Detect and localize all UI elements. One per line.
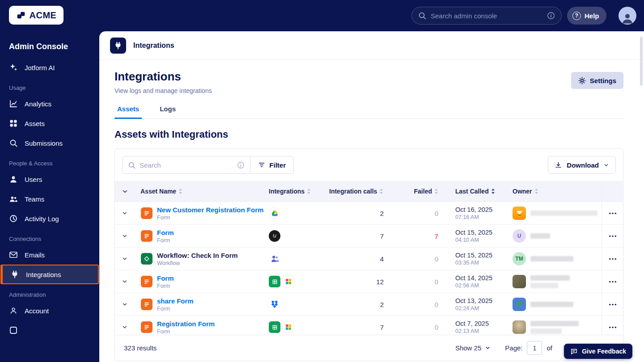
asset-name-link[interactable]: New Customer Registration Form xyxy=(157,206,263,214)
row-actions-button[interactable] xyxy=(606,255,619,263)
chevron-down-icon xyxy=(603,162,609,168)
main-panel: Integrations Integrations View logs and … xyxy=(99,31,644,362)
download-button[interactable]: Download xyxy=(548,156,616,174)
results-count: 323 results xyxy=(124,344,157,352)
ellipsis-icon xyxy=(609,235,617,237)
breadcrumb: Integrations xyxy=(99,31,644,60)
sidebar-item-account[interactable]: Account xyxy=(0,301,99,320)
header-integrations[interactable]: Integrations xyxy=(269,188,329,195)
integration-calls-value: 2 xyxy=(329,210,387,217)
table-search-input[interactable] xyxy=(140,161,233,169)
row-actions-button[interactable] xyxy=(606,324,619,331)
search-filter-group: Filter xyxy=(122,156,294,174)
tab-logs[interactable]: Logs xyxy=(157,101,178,118)
sidebar-section-administration: Administration xyxy=(0,284,99,301)
trophy-icon xyxy=(516,210,523,217)
sort-icon xyxy=(178,188,182,194)
dropbox-icon xyxy=(269,299,280,310)
expand-row-button[interactable] xyxy=(115,233,135,239)
table-row: Form Form 12 0 xyxy=(115,270,623,293)
owner-name-redacted xyxy=(530,275,570,288)
sidebar-item-emails[interactable]: Emails xyxy=(0,245,99,265)
expand-row-button[interactable] xyxy=(115,278,135,285)
help-label: Help xyxy=(585,12,599,20)
settings-button[interactable]: Settings xyxy=(571,72,623,89)
last-called-date: Oct 7, 2025 xyxy=(455,320,504,327)
sidebar-item-analytics[interactable]: Analytics xyxy=(0,94,99,114)
asset-name-link[interactable]: Registration Form xyxy=(157,320,215,328)
sidebar-item-label: Analytics xyxy=(25,100,51,108)
failed-value: 0 xyxy=(387,255,441,263)
envelope-icon xyxy=(9,250,18,259)
header-integration-calls[interactable]: Integration calls xyxy=(329,188,387,195)
download-icon xyxy=(555,161,562,169)
user-icon xyxy=(9,175,18,184)
admin-search-input[interactable] xyxy=(431,12,542,20)
form-icon xyxy=(141,321,153,333)
clock-icon xyxy=(9,214,18,223)
help-button[interactable]: ? Help xyxy=(567,7,606,25)
asset-name-link[interactable]: Form xyxy=(157,274,174,282)
asset-name[interactable]: Workflow: Check In Form xyxy=(157,252,238,259)
expand-row-button[interactable] xyxy=(115,256,135,262)
failed-value: 7 xyxy=(387,232,441,240)
sidebar-item-activity-log[interactable]: Activity Log xyxy=(0,209,99,228)
failed-value: 0 xyxy=(387,210,441,217)
asset-type: Form xyxy=(157,237,174,244)
header-asset-name[interactable]: Asset Name xyxy=(135,188,269,195)
analytics-chart-icon xyxy=(9,99,18,108)
failed-value: 0 xyxy=(387,301,441,308)
sidebar-item-jotform-ai[interactable]: Jotform AI xyxy=(0,58,99,77)
header-last-called[interactable]: Last Called xyxy=(441,188,504,195)
last-called-time: 04:10 AM xyxy=(455,237,504,243)
page-number-input[interactable] xyxy=(527,341,542,355)
row-actions-button[interactable] xyxy=(606,301,619,308)
magnifier-icon xyxy=(9,139,18,147)
sidebar-item-assets[interactable]: Assets xyxy=(0,114,99,133)
info-icon[interactable] xyxy=(237,161,245,169)
last-called-time: 03:35 AM xyxy=(455,260,504,266)
header-failed[interactable]: Failed xyxy=(387,188,441,195)
info-icon[interactable] xyxy=(547,12,555,20)
sidebar-item-submissions[interactable]: Submissions xyxy=(0,133,99,153)
sidebar-item-integrations[interactable]: Integrations xyxy=(0,265,99,284)
admin-search[interactable] xyxy=(411,7,562,25)
expand-row-button[interactable] xyxy=(115,301,135,307)
asset-name-link[interactable]: Form xyxy=(157,229,174,236)
last-called-date: Oct 15, 2025 xyxy=(455,252,504,259)
row-actions-button[interactable] xyxy=(606,210,619,217)
page-size-select[interactable]: Show 25 xyxy=(455,344,491,352)
sidebar-item-label: Emails xyxy=(25,251,45,259)
asset-type: Form xyxy=(157,215,263,221)
sidebar-item-label: Activity Log xyxy=(25,215,59,223)
expand-row-button[interactable] xyxy=(115,324,135,330)
filter-button[interactable]: Filter xyxy=(250,156,293,173)
expand-row-button[interactable] xyxy=(115,210,135,216)
give-feedback-button[interactable]: Give Feedback xyxy=(564,344,632,359)
asset-type: Form xyxy=(157,328,215,335)
last-called-time: 02:56 AM xyxy=(455,282,504,289)
page-subtitle: View logs and manage integrations xyxy=(114,87,623,94)
table-row: share Form Form 2 0 Oct 13, xyxy=(115,293,623,316)
integrations-plug-icon xyxy=(110,38,126,54)
tab-assets[interactable]: Assets xyxy=(114,101,142,119)
row-actions-button[interactable] xyxy=(606,278,619,286)
table-search[interactable] xyxy=(123,156,250,173)
asset-name-link[interactable]: share Form xyxy=(157,297,194,305)
form-icon xyxy=(141,299,153,310)
sidebar-item-users[interactable]: Users xyxy=(0,169,99,189)
user-avatar[interactable] xyxy=(619,7,636,25)
panel-scrollbar[interactable] xyxy=(640,37,643,86)
chevron-down-icon xyxy=(485,345,491,351)
expand-all-button[interactable] xyxy=(115,188,135,195)
acme-logo[interactable]: ACME xyxy=(9,6,64,25)
sidebar-item-teams[interactable]: Teams xyxy=(0,189,99,209)
header-owner[interactable]: Owner xyxy=(504,188,602,195)
integration-calls-value: 7 xyxy=(329,232,387,240)
section-title: Assets with Integrations xyxy=(114,129,629,140)
of-label: of xyxy=(547,344,552,352)
row-actions-button[interactable] xyxy=(606,232,619,240)
sidebar-item-clipped[interactable] xyxy=(0,320,99,340)
question-icon: ? xyxy=(572,12,581,20)
header-actions xyxy=(602,181,623,202)
